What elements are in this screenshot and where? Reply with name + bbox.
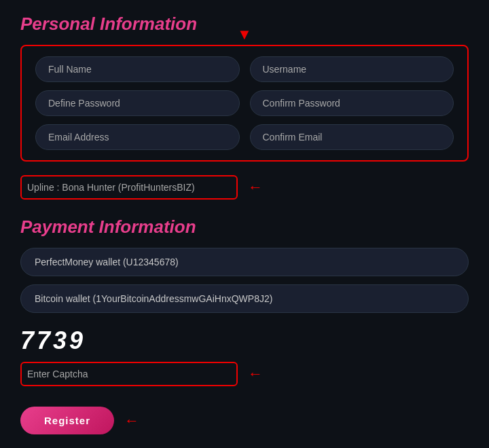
arrow-right-register-icon: ← xyxy=(124,412,139,430)
row-password xyxy=(35,90,454,116)
personal-section-title: Personal Information xyxy=(20,14,197,35)
register-button[interactable]: Register xyxy=(20,407,114,434)
upline-input[interactable] xyxy=(27,179,231,195)
email-address-input[interactable] xyxy=(35,124,240,150)
row-name-username xyxy=(35,56,454,82)
payment-info-section: Payment Information PerfectMoney wallet … xyxy=(20,217,469,313)
define-password-input[interactable] xyxy=(35,90,240,116)
arrow-right-captcha-icon: ← xyxy=(248,365,263,383)
personal-info-section: Personal Information ▼ xyxy=(20,14,469,162)
captcha-container: ← xyxy=(20,362,469,386)
confirm-email-input[interactable] xyxy=(250,124,454,150)
captcha-section: 7739 ← xyxy=(20,326,469,386)
username-input[interactable] xyxy=(250,56,454,82)
confirm-password-input[interactable] xyxy=(250,90,454,116)
captcha-input[interactable] xyxy=(27,366,231,382)
upline-container: ← xyxy=(20,175,469,200)
arrow-down-icon: ▼ xyxy=(237,26,252,43)
full-name-input[interactable] xyxy=(35,56,240,82)
bitcoin-field: Bitcoin wallet (1YourBitcoinAddressmwGAi… xyxy=(20,284,469,313)
perfectmoney-field: PerfectMoney wallet (U12345678) xyxy=(20,248,469,276)
arrow-right-upline-icon: ← xyxy=(248,179,263,196)
captcha-input-wrapper xyxy=(20,362,238,386)
register-container: Register ← xyxy=(20,407,469,434)
payment-section-title: Payment Information xyxy=(20,217,469,238)
upline-field-wrapper xyxy=(20,175,238,200)
personal-info-box: ▼ xyxy=(20,45,469,162)
captcha-value: 7739 xyxy=(20,326,469,355)
row-email xyxy=(35,124,454,150)
